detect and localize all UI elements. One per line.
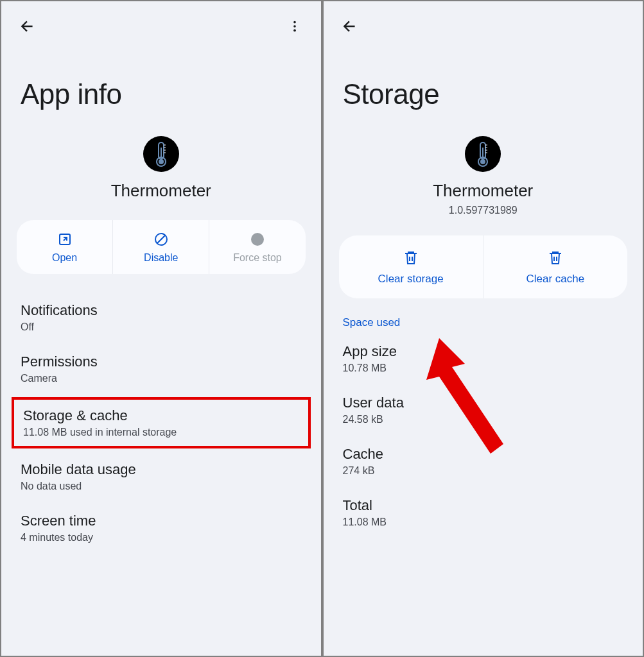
notifications-sub: Off <box>21 321 302 333</box>
topbar <box>1 1 321 40</box>
storage-action-row: Clear storage Clear cache <box>339 235 628 298</box>
thermometer-icon <box>473 141 492 167</box>
open-icon <box>57 232 73 247</box>
clear-storage-button[interactable]: Clear storage <box>339 235 483 298</box>
back-button[interactable] <box>15 14 40 38</box>
arrow-left-icon <box>19 18 36 35</box>
svg-point-16 <box>257 242 258 243</box>
svg-point-0 <box>293 21 296 24</box>
force-stop-icon <box>250 232 265 247</box>
user-data-sub: 24.58 kB <box>343 414 624 425</box>
app-size-title: App size <box>343 343 624 360</box>
trash-icon <box>548 250 563 266</box>
cache-title: Cache <box>343 446 624 463</box>
cache-sub: 274 kB <box>343 465 624 477</box>
svg-point-1 <box>293 25 296 28</box>
screen-time-sub: 4 minutes today <box>21 532 302 543</box>
open-button[interactable]: Open <box>17 220 113 274</box>
notifications-title: Notifications <box>21 302 302 319</box>
open-label: Open <box>52 252 77 264</box>
clear-storage-label: Clear storage <box>378 273 444 286</box>
user-data-item[interactable]: User data 24.58 kB <box>324 384 643 436</box>
cache-item[interactable]: Cache 274 kB <box>324 436 643 487</box>
storage-title: Storage & cache <box>23 407 299 424</box>
disable-button[interactable]: Disable <box>113 220 209 274</box>
disable-icon <box>153 232 169 247</box>
force-stop-label: Force stop <box>233 252 282 264</box>
page-title: Storage <box>324 40 643 136</box>
mobile-data-item[interactable]: Mobile data usage No data used <box>1 451 321 502</box>
vertical-dots-icon <box>288 19 302 33</box>
svg-point-2 <box>293 30 296 32</box>
back-button[interactable] <box>338 14 362 38</box>
total-item[interactable]: Total 11.08 MB <box>324 487 643 538</box>
app-header: Thermometer 1.0.597731989 <box>324 136 643 216</box>
clear-cache-button[interactable]: Clear cache <box>483 235 627 298</box>
total-sub: 11.08 MB <box>343 516 624 528</box>
app-info-screen: App info Thermometer Open <box>1 1 324 656</box>
more-options-button[interactable] <box>283 14 307 38</box>
space-used-label: Space used <box>324 303 643 333</box>
user-data-title: User data <box>343 395 624 411</box>
svg-rect-20 <box>482 148 483 162</box>
disable-label: Disable <box>144 252 178 264</box>
mobile-data-title: Mobile data usage <box>21 461 302 478</box>
notifications-item[interactable]: Notifications Off <box>1 292 321 343</box>
storage-screen: Storage Thermometer 1.0.597731989 <box>324 1 643 656</box>
app-name: Thermometer <box>433 181 533 201</box>
topbar <box>324 1 643 40</box>
permissions-sub: Camera <box>21 373 302 384</box>
force-stop-button[interactable]: Force stop <box>209 220 305 274</box>
permissions-item[interactable]: Permissions Camera <box>1 343 321 395</box>
svg-line-13 <box>157 235 165 243</box>
app-size-sub: 10.78 MB <box>343 363 624 374</box>
permissions-title: Permissions <box>21 354 302 370</box>
clear-cache-label: Clear cache <box>527 273 585 286</box>
thermometer-icon <box>152 141 171 167</box>
page-title: App info <box>1 40 321 136</box>
app-name: Thermometer <box>111 181 211 201</box>
storage-sub: 11.08 MB used in internal storage <box>23 427 299 438</box>
app-version: 1.0.597731989 <box>449 205 518 216</box>
app-icon <box>465 136 501 172</box>
total-title: Total <box>343 497 624 514</box>
arrow-left-icon <box>342 18 358 35</box>
mobile-data-sub: No data used <box>21 481 302 492</box>
screen-time-item[interactable]: Screen time 4 minutes today <box>1 502 321 554</box>
screen-time-title: Screen time <box>21 513 302 529</box>
app-icon <box>143 136 179 172</box>
app-size-item[interactable]: App size 10.78 MB <box>324 333 643 384</box>
storage-cache-item[interactable]: Storage & cache 11.08 MB used in interna… <box>12 397 311 448</box>
app-header: Thermometer <box>1 136 321 201</box>
action-row: Open Disable Force stop <box>17 220 306 274</box>
trash-icon <box>403 250 419 266</box>
svg-rect-6 <box>161 148 162 162</box>
